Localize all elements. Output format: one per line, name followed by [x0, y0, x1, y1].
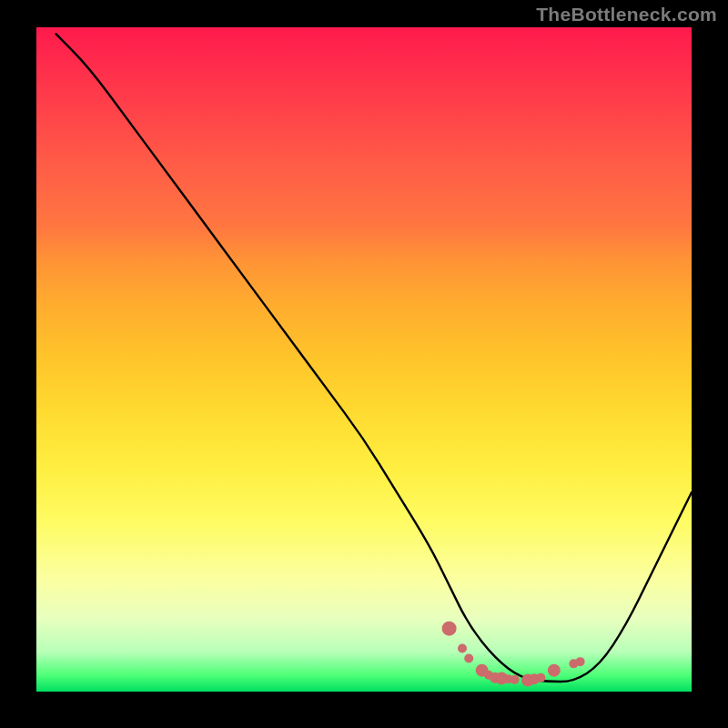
watermark-text: TheBottleneck.com [536, 4, 717, 25]
highlight-marker [576, 657, 585, 666]
chart-svg [36, 27, 692, 692]
highlight-marker [442, 622, 457, 636]
highlight-marker [511, 675, 520, 684]
chart-line [56, 34, 692, 682]
highlight-marker [458, 644, 467, 653]
highlight-marker [548, 664, 561, 677]
highlight-marker [536, 673, 545, 682]
chart-container: TheBottleneck.com [0, 0, 728, 728]
highlight-marker [464, 654, 473, 663]
plot-area [36, 27, 692, 692]
